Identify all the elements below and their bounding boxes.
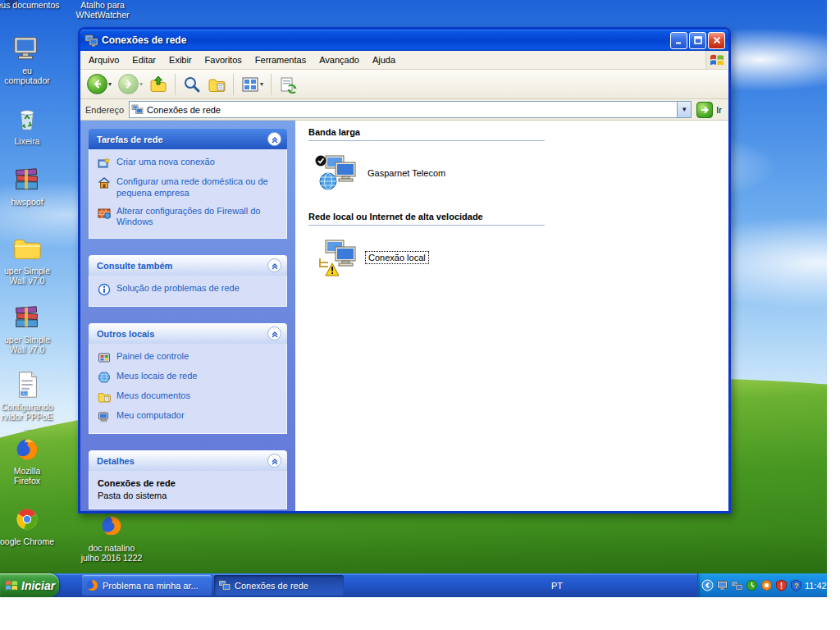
- window-titlebar[interactable]: Conexões de rede: [80, 30, 728, 51]
- folders-button[interactable]: [206, 74, 227, 95]
- desktop-icon-label: hwspoof: [0, 197, 54, 207]
- winrar-archive-icon: [11, 302, 43, 333]
- menu-ajuda[interactable]: Ajuda: [366, 52, 402, 67]
- svg-text:?: ?: [794, 582, 799, 590]
- collapse-chevron-icon[interactable]: [267, 326, 281, 340]
- maximize-button[interactable]: [689, 32, 706, 49]
- collapse-chevron-icon[interactable]: [267, 132, 281, 146]
- address-bar: Endereço Conexões de rede ▼ Ir: [80, 99, 728, 121]
- sync-icon: [279, 75, 297, 94]
- desktop-icon-my-computer[interactable]: eu computador: [0, 33, 54, 85]
- forward-icon: [118, 74, 139, 94]
- desktop-icon-wnetwatcher[interactable]: Atalho para WNetWatcher: [67, 0, 138, 20]
- folder-content[interactable]: Banda larga: [295, 121, 728, 511]
- hide-icons-button[interactable]: [701, 579, 714, 591]
- minimize-button[interactable]: [670, 32, 687, 49]
- views-icon: [241, 75, 259, 94]
- menu-ferramentas[interactable]: Ferramentas: [249, 52, 313, 67]
- sync-folder-button[interactable]: [277, 74, 299, 95]
- details-header[interactable]: Detalhes: [89, 450, 287, 471]
- documents-folder-icon: [98, 390, 111, 404]
- update-shield-tray-icon[interactable]: ?: [790, 579, 802, 591]
- task-create-connection[interactable]: Criar uma nova conexão: [98, 157, 280, 170]
- search-icon: [183, 75, 201, 94]
- link-network-places[interactable]: Meus locais de rede: [98, 371, 280, 384]
- back-dropdown-icon: ▾: [108, 80, 112, 88]
- link-my-documents[interactable]: Meus documentos: [98, 390, 280, 404]
- up-folder-icon: [149, 75, 167, 94]
- taskbar-task-firefox[interactable]: Problema na minha ar...: [82, 575, 212, 596]
- computer-icon: [11, 33, 43, 64]
- taskbar-task-network-connections[interactable]: Conexões de rede: [214, 575, 344, 596]
- forward-button[interactable]: ▾: [116, 72, 144, 96]
- back-button[interactable]: ▾: [85, 72, 113, 96]
- chrome-icon: [11, 504, 43, 535]
- desktop-icon-label: oogle Chrome: [0, 536, 54, 546]
- link-control-panel[interactable]: Painel de controle: [98, 351, 280, 364]
- toolbar: ▾ ▾ ▾: [80, 70, 728, 99]
- desktop-icon-hwspoof[interactable]: hwspoof: [0, 164, 54, 207]
- back-icon: [87, 74, 107, 94]
- views-button[interactable]: ▾: [240, 74, 265, 95]
- desktop-icon-my-documents[interactable]: eus documentos: [0, 0, 61, 10]
- recycle-bin-icon: [11, 103, 43, 135]
- toolbar-separator: [175, 74, 176, 95]
- menu-favoritos[interactable]: Favoritos: [199, 52, 249, 67]
- task-change-firewall-settings[interactable]: Alterar configurações do Firewall do Win…: [98, 206, 280, 229]
- up-button[interactable]: [148, 74, 169, 95]
- group-header-broadband: Banda larga: [308, 127, 728, 137]
- desktop-icon-firefox[interactable]: Mozilla Firefox: [0, 433, 54, 486]
- other-places-header[interactable]: Outros locais: [89, 323, 287, 344]
- broadband-connection-icon: [315, 154, 358, 192]
- task-setup-home-network[interactable]: Configurar uma rede doméstica ou de pequ…: [98, 176, 280, 199]
- collapse-chevron-icon[interactable]: [267, 454, 281, 468]
- connection-item-local[interactable]: Conexão local: [315, 239, 429, 276]
- start-flag-icon: [5, 579, 18, 591]
- address-dropdown-icon[interactable]: ▼: [677, 102, 691, 117]
- address-combo[interactable]: Conexões de rede ▼: [129, 101, 692, 118]
- network-status-tray-icon[interactable]: [731, 579, 743, 591]
- see-also-header[interactable]: Consulte também: [89, 255, 287, 276]
- menu-arquivo[interactable]: Arquivo: [82, 52, 126, 67]
- task-link-label: Meus documentos: [116, 390, 190, 402]
- task-link-label: Painel de controle: [116, 351, 189, 363]
- collapse-chevron-icon[interactable]: [267, 258, 281, 272]
- new-connection-icon: [98, 157, 111, 170]
- windows-flag-icon: [705, 51, 727, 69]
- close-button[interactable]: [708, 32, 725, 49]
- search-button[interactable]: [181, 74, 203, 95]
- menu-editar[interactable]: Editar: [126, 52, 162, 67]
- group-header-lan: Rede local ou Internet de alta velocidad…: [308, 212, 728, 221]
- scheduler-tray-icon[interactable]: [746, 579, 758, 591]
- address-label: Endereço: [85, 105, 124, 115]
- taskbar-clock[interactable]: 11:42: [805, 581, 827, 591]
- go-arrow-icon: [696, 102, 713, 118]
- desktop-icon-super-simple-wall-rar[interactable]: uper Simple Wall v7.0: [0, 302, 54, 354]
- connection-item-gasparnet[interactable]: Gasparnet Telecom: [315, 154, 448, 192]
- task-pane: Tarefas de rede Criar uma nova conexão C…: [80, 121, 295, 511]
- firefox-document-icon: [96, 510, 127, 541]
- desktop-icon-chrome[interactable]: oogle Chrome: [0, 504, 54, 546]
- desktop-icon-super-simple-wall-folder[interactable]: uper Simple Wall v7.0: [0, 233, 54, 285]
- link-network-troubleshooter[interactable]: Solução de problemas de rede: [98, 283, 280, 296]
- network-tasks-header[interactable]: Tarefas de rede: [89, 129, 287, 149]
- start-button[interactable]: Iniciar: [0, 573, 59, 597]
- go-button[interactable]: Ir: [696, 102, 725, 118]
- desktop-icon-doc-natalino[interactable]: doc natalino julho 2016 1222: [79, 510, 144, 563]
- antivirus-tray-icon[interactable]: [760, 579, 773, 591]
- other-places-card: Outros locais Painel de controle Meus lo…: [89, 323, 287, 434]
- folders-icon: [208, 75, 226, 94]
- menu-exibir[interactable]: Exibir: [162, 52, 199, 67]
- firewall-icon: [98, 206, 111, 219]
- desktop-icon-recycle-bin[interactable]: Lixeira: [0, 103, 54, 146]
- desktop-icon-label: uper Simple Wall v7.0: [0, 335, 54, 354]
- lan-connection-warning-icon: [315, 239, 358, 276]
- start-label: Iniciar: [21, 579, 55, 592]
- display-tray-icon[interactable]: [716, 579, 728, 591]
- security-alert-tray-icon[interactable]: [775, 579, 788, 591]
- link-my-computer[interactable]: Meu computador: [98, 410, 280, 423]
- menu-avancado[interactable]: Avançado: [313, 52, 366, 67]
- task-label: Problema na minha ar...: [103, 581, 199, 591]
- desktop-icon-pppoe-doc[interactable]: 321 Configurando rvidor PPPoE ...: [0, 369, 54, 431]
- language-indicator[interactable]: PT: [545, 573, 569, 597]
